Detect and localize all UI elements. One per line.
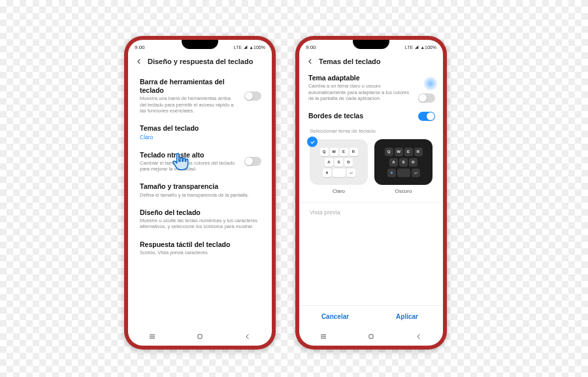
cancel-button[interactable]: Cancelar <box>299 306 371 327</box>
screen-right: 9:00 LTE ◢ ▲100% Temas del teclado Tema … <box>299 40 443 346</box>
theme-option-dark[interactable]: Q W E R A S D <box>374 139 433 194</box>
row-adaptive[interactable]: Tema adaptable Cambia a un tema claro u … <box>301 71 442 107</box>
enter-key-icon <box>347 169 355 177</box>
back-icon[interactable] <box>306 57 315 66</box>
status-signal-icon: ◢ <box>244 44 247 50</box>
shift-key-icon <box>323 169 331 177</box>
page-header: Diseño y respuesta del teclado <box>128 53 272 71</box>
page-title: Diseño y respuesta del teclado <box>148 57 253 65</box>
notch <box>182 40 218 49</box>
row-haptic[interactable]: Respuesta táctil del teclado Sonido, Vis… <box>132 235 268 261</box>
themes-content: Tema adaptable Cambia a un tema claro u … <box>299 71 443 305</box>
row-haptic-sub: Sonido, Vista previa caracteres <box>140 250 260 255</box>
toolbar-toggle[interactable] <box>244 91 261 101</box>
notch <box>353 40 389 49</box>
section-select-theme: Seleccionar tema de teclado <box>301 125 442 135</box>
row-borders-title: Bordes de teclas <box>308 112 434 120</box>
key: R <box>350 148 358 156</box>
key: A <box>389 158 398 167</box>
status-battery: ▲100% <box>249 45 265 50</box>
key: D <box>409 158 417 167</box>
row-themes-title: Temas del teclado <box>140 124 260 133</box>
theme-option-light[interactable]: Q W E R A S D <box>310 139 368 194</box>
nav-bar <box>128 327 272 346</box>
row-themes-value: Claro <box>140 134 260 140</box>
key: Q <box>385 148 393 156</box>
row-contrast-title: Teclado ntraste alto <box>140 151 238 159</box>
key: R <box>414 148 423 156</box>
contrast-toggle[interactable] <box>244 157 261 166</box>
row-toolbar-title: Barra de herramientas del teclado <box>140 78 231 95</box>
key: E <box>340 148 348 156</box>
key: Q <box>320 148 329 156</box>
row-size[interactable]: Tamaño y transparencia Defina el tamaño … <box>132 177 268 203</box>
nav-back-icon[interactable] <box>414 332 423 341</box>
status-battery: ▲100% <box>420 45 436 50</box>
status-time: 9:00 <box>306 44 316 50</box>
row-toolbar-sub: Muestra una barra de herramientas arriba… <box>140 95 238 114</box>
page-title: Temas del teclado <box>319 57 381 65</box>
theme-options: Q W E R A S D <box>301 135 442 195</box>
key: A <box>325 158 333 167</box>
status-signal-icon: ◢ <box>415 44 418 50</box>
row-layout-title: Diseño del teclado <box>140 208 260 217</box>
row-borders[interactable]: Bordes de teclas <box>301 107 442 125</box>
row-adaptive-title: Tema adaptable <box>308 74 406 82</box>
theme-name-dark: Oscuro <box>374 188 433 194</box>
action-bar: Cancelar Aplicar <box>299 305 443 327</box>
borders-toggle[interactable] <box>418 112 435 121</box>
phone-left: 9:00 LTE ◢ ▲100% Diseño y respuesta del … <box>124 36 276 350</box>
svg-rect-7 <box>369 335 373 338</box>
screen-left: 9:00 LTE ◢ ▲100% Diseño y respuesta del … <box>128 40 272 346</box>
back-icon[interactable] <box>135 57 144 66</box>
row-contrast-sub: Cambiar el tamaño y los colores del tecl… <box>140 160 238 172</box>
nav-bar <box>299 327 443 346</box>
status-lte: LTE <box>405 45 413 50</box>
row-size-title: Tamaño y transparencia <box>140 182 260 191</box>
key: D <box>344 158 353 167</box>
row-layout-sub: Muestre u oculte las teclas numéricas y … <box>140 218 260 230</box>
theme-thumb-dark: Q W E R A S D <box>374 139 433 185</box>
space-key <box>333 169 346 177</box>
settings-list: Barra de herramientas del teclado Muestr… <box>128 71 272 327</box>
nav-recents-icon[interactable] <box>148 332 157 341</box>
tap-highlight-icon <box>423 76 438 91</box>
row-size-sub: Defina el tamaño y la transparencia de l… <box>140 192 260 198</box>
enter-key-icon <box>412 169 420 177</box>
nav-recents-icon[interactable] <box>319 332 328 341</box>
preview-field[interactable]: Vista previa <box>301 202 442 222</box>
check-icon <box>307 137 318 147</box>
key: W <box>330 148 338 156</box>
phone-right: 9:00 LTE ◢ ▲100% Temas del teclado Tema … <box>295 36 447 350</box>
row-themes[interactable]: Temas del teclado Claro <box>132 119 268 145</box>
shift-key-icon <box>387 169 396 177</box>
status-lte: LTE <box>234 45 242 50</box>
row-layout[interactable]: Diseño del teclado Muestre u oculte las … <box>132 203 268 235</box>
status-time: 9:00 <box>135 44 145 50</box>
nav-back-icon[interactable] <box>243 332 252 341</box>
apply-button[interactable]: Aplicar <box>371 306 443 327</box>
nav-home-icon[interactable] <box>195 332 204 341</box>
nav-home-icon[interactable] <box>367 332 376 341</box>
key: E <box>404 148 413 156</box>
svg-rect-3 <box>198 335 202 338</box>
page-header: Temas del teclado <box>299 53 443 71</box>
adaptive-toggle[interactable] <box>418 93 435 103</box>
row-haptic-title: Respuesta táctil del teclado <box>140 240 260 249</box>
key: S <box>335 158 343 167</box>
theme-name-light: Claro <box>310 188 368 194</box>
stage: 9:00 LTE ◢ ▲100% Diseño y respuesta del … <box>124 36 447 350</box>
row-contrast[interactable]: Teclado ntraste alto Cambiar el tamaño y… <box>132 146 268 178</box>
key: S <box>399 158 408 167</box>
row-adaptive-sub: Cambia a un tema claro u oscuro automáti… <box>308 83 410 101</box>
row-toolbar[interactable]: Barra de herramientas del teclado Muestr… <box>132 73 268 119</box>
key: W <box>395 148 403 156</box>
space-key <box>397 169 410 177</box>
theme-thumb-light: Q W E R A S D <box>310 139 368 185</box>
